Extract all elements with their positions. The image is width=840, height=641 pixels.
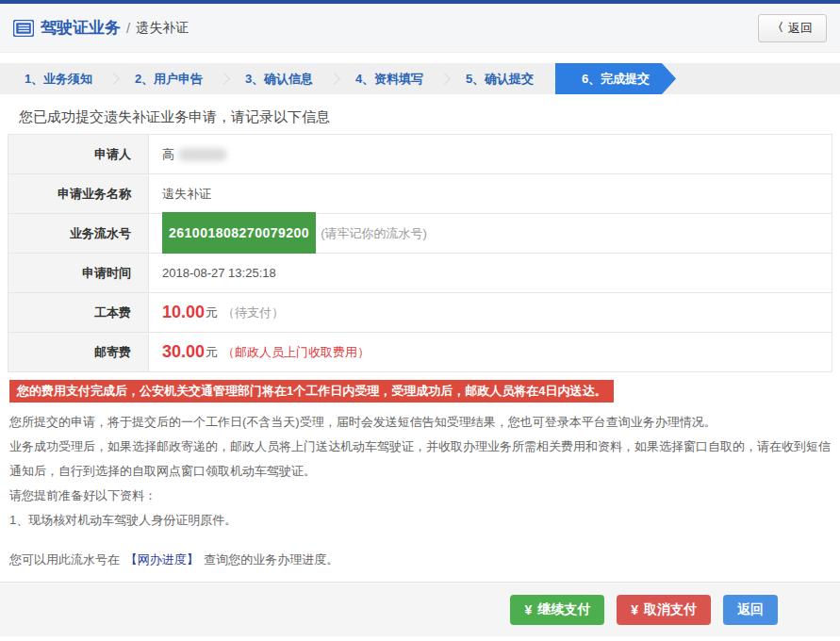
breadcrumb-current: 遗失补证: [136, 20, 189, 37]
breadcrumb-separator: /: [126, 20, 130, 36]
table-row: 邮寄费30.00元（邮政人员上门收取费用）: [8, 333, 832, 371]
row-value: 2018-08-27 13:25:18: [149, 254, 832, 292]
row-value: 高: [149, 135, 832, 173]
table-row: 业务流水号261001808270079200(请牢记你的流水号): [8, 214, 832, 254]
fee-unit: 元: [206, 333, 218, 371]
breadcrumb-section: 驾驶证业务: [41, 17, 121, 39]
step-tab-2: 2、用户申告: [114, 63, 223, 94]
fee-amount: 30.00: [162, 333, 205, 371]
online-progress-link[interactable]: 【网办进度】: [125, 552, 199, 567]
footer-button-label: 继续支付: [537, 601, 590, 618]
serial-number-badge: 261001808270079200: [162, 212, 316, 255]
license-service-page: 驾驶证业务 / 遗失补证 〈 返回 1、业务须知2、用户申告3、确认信息4、资料…: [0, 0, 840, 641]
fee-note: （邮政人员上门收取费用）: [222, 333, 370, 371]
table-row: 工本费10.00元（待支付）: [8, 293, 832, 333]
masked-name-blur: [178, 148, 227, 161]
row-label: 申请业务名称: [8, 174, 149, 213]
row-value: 10.00元（待支付）: [149, 293, 832, 332]
step-tabs: 1、业务须知2、用户申告3、确认信息4、资料填写5、确认提交6、完成提交: [0, 63, 840, 94]
fee-note: （待支付）: [222, 293, 284, 332]
row-label: 申请人: [8, 135, 149, 173]
yen-icon: ¥: [631, 602, 638, 617]
info-paragraph: 1、现场核对机动车驾驶人身份证明原件。: [9, 508, 831, 533]
table-row: 申请人高: [8, 135, 832, 174]
footer-button-label: 取消支付: [644, 601, 697, 618]
info-paragraph: 业务成功受理后，如果选择邮政寄递的，邮政人员将上门送达机动车驾驶证，并收取办理业…: [9, 435, 831, 484]
table-row: 申请业务名称遗失补证: [8, 174, 832, 214]
list-form-icon: [13, 20, 34, 37]
row-value: 30.00元（邮政人员上门收取费用）: [149, 333, 832, 371]
footer-button-label: 返回: [737, 601, 764, 618]
applicant-name: 高: [162, 135, 174, 173]
row-label: 邮寄费: [8, 333, 149, 371]
page-header: 驾驶证业务 / 遗失补证 〈 返回: [0, 4, 840, 53]
row-label: 业务流水号: [8, 214, 149, 253]
step-tab-6: 6、完成提交: [555, 63, 676, 94]
info-paragraph: 您所提交的申请，将于提交后的一个工作日(不含当天)受理，届时会发送短信告知受理结…: [9, 410, 831, 435]
step-tab-3: 3、确认信息: [224, 63, 334, 94]
info-paragraphs: 您所提交的申请，将于提交后的一个工作日(不含当天)受理，届时会发送短信告知受理结…: [9, 410, 831, 533]
yen-icon: ¥: [524, 602, 532, 617]
footer-action-bar: ¥继续支付¥取消支付返回: [0, 582, 840, 636]
progress-query-line: 您可以用此流水号在 【网办进度】 查询您的业务办理进度。: [9, 548, 831, 572]
fee-amount: 10.00: [162, 293, 205, 332]
fee-unit: 元: [206, 293, 218, 332]
step-tab-5: 5、确认提交: [445, 63, 554, 94]
application-info-table: 申请人高申请业务名称遗失补证业务流水号261001808270079200(请牢…: [8, 134, 832, 372]
row-value: 261001808270079200(请牢记你的流水号): [149, 214, 832, 253]
footer-button-continue-payment[interactable]: ¥继续支付: [510, 595, 604, 625]
step-tab-4: 4、资料填写: [335, 63, 444, 94]
notice-banner-wrap: 您的费用支付完成后，公安机关交通管理部门将在1个工作日内受理，受理成功后，邮政人…: [9, 380, 840, 403]
back-button-label: 返回: [788, 20, 813, 37]
footer-button-cancel-payment[interactable]: ¥取消支付: [617, 595, 711, 625]
back-button[interactable]: 〈 返回: [758, 14, 827, 42]
progress-prefix: 您可以用此流水号在: [9, 552, 120, 567]
serial-note: (请牢记你的流水号): [321, 214, 427, 253]
row-label: 申请时间: [8, 254, 149, 292]
progress-suffix: 查询您的业务办理进度。: [204, 552, 338, 567]
step-tab-1: 1、业务须知: [4, 63, 113, 94]
row-label: 工本费: [8, 293, 149, 332]
row-value: 遗失补证: [149, 174, 832, 213]
chevron-left-icon: 〈: [772, 20, 783, 36]
info-paragraph: 请您提前准备好以下资料：: [9, 484, 831, 508]
table-row: 申请时间2018-08-27 13:25:18: [8, 254, 832, 293]
step-tabbar-wrap: 1、业务须知2、用户申告3、确认信息4、资料填写5、确认提交6、完成提交: [0, 63, 840, 94]
footer-button-return[interactable]: 返回: [723, 595, 778, 625]
notice-banner: 您的费用支付完成后，公安机关交通管理部门将在1个工作日内受理，受理成功后，邮政人…: [9, 380, 614, 403]
success-message: 您已成功提交遗失补证业务申请，请记录以下信息: [19, 108, 840, 126]
